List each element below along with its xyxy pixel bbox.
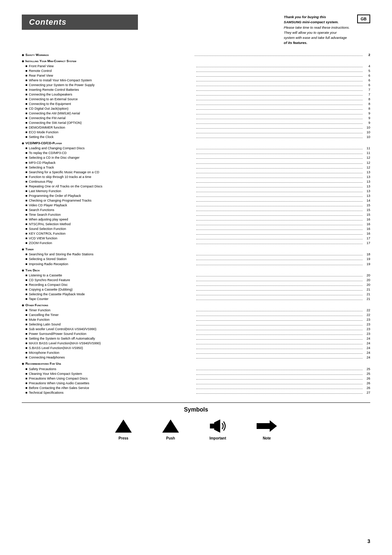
dots (196, 384, 363, 384)
page-num: 23 (364, 317, 370, 322)
section-bullet: ◆ (22, 59, 24, 64)
toc-item: ■NTSC/PAL Selection Method16 (22, 222, 370, 227)
dots (196, 76, 363, 77)
item-bullet: ■ (25, 194, 27, 198)
page-num: 26 (364, 381, 370, 386)
symbol-note: Note (256, 419, 278, 440)
dots (196, 215, 363, 216)
dots (196, 339, 363, 340)
page-num: 17 (364, 241, 370, 246)
toc-item: ■Video CD Player Playback15 (22, 203, 370, 208)
thank-you-line2: SAMSUNG mini-compact system. (284, 20, 350, 25)
toc-item: ■Selecting a Track12 (22, 165, 370, 170)
toc-item: ■Selecting a Stored Station19 (22, 257, 370, 262)
toc-item: ■Connecting the SW Aerial (OPTION)9 (22, 121, 370, 125)
dots (196, 239, 363, 239)
toc-item: ■Selecting Latin Sound23 (22, 322, 370, 327)
item-bullet: ■ (25, 198, 27, 203)
dots (196, 105, 363, 105)
toc-item: ■Sub woofer Level Control(MAX-VS940/VS99… (22, 327, 370, 332)
page-num: 14 (364, 198, 370, 203)
toc-item: ■Improving Radio Reception19 (22, 262, 370, 267)
dots (196, 290, 363, 291)
page-num: 7 (364, 92, 370, 97)
item-bullet: ■ (25, 116, 27, 121)
toc-item: ■When adjusting play speed16 (22, 217, 370, 222)
item-bullet: ■ (25, 322, 27, 327)
item-label: Searching for a Specific Music Passage o… (29, 170, 195, 175)
item-label: Precautions When Using Audio Cassettes (29, 381, 195, 386)
dots (196, 128, 363, 129)
page-num: 10 (364, 125, 370, 130)
page-num: 16 (364, 217, 370, 222)
section-label: Tape Deck (25, 268, 370, 273)
dots (196, 379, 363, 380)
item-bullet: ■ (25, 88, 27, 92)
item-label: Precautions When Using Compact Discs (29, 376, 195, 381)
item-label: Selecting Latin Sound (29, 322, 195, 327)
toc-item: ■Connecting your System to the Power Sup… (22, 83, 370, 88)
dots (196, 211, 363, 211)
toc-item: ■Technical Specifications27 (22, 390, 370, 395)
dots (196, 163, 363, 164)
thank-you-line1: Thank you for buying this (284, 15, 350, 20)
dots (196, 173, 363, 173)
toc-item: ■Precautions When Using Compact Discs26 (22, 376, 370, 381)
svg-marker-4 (257, 420, 277, 432)
item-bullet: ■ (25, 217, 27, 222)
section-bullet: ◆ (22, 303, 24, 308)
item-label: Loading and Changing Compact Discs (29, 146, 195, 151)
thank-you-line4: They will allow you to operate your (284, 30, 350, 35)
item-bullet: ■ (25, 155, 27, 160)
section-bullet: ◆ (22, 53, 24, 57)
page-num: 24 (364, 346, 370, 351)
dots (196, 230, 363, 230)
toc-item: ■Cleaning Your Mini-Compact System25 (22, 372, 370, 376)
dots (196, 330, 363, 330)
item-bullet: ■ (25, 386, 27, 390)
toc-item: ■Remote Control5 (22, 69, 370, 73)
page-num: 5 (364, 69, 370, 73)
page-wrapper: Contents Thank you for buying this SAMSU… (22, 15, 370, 440)
page-num: 8 (364, 106, 370, 111)
item-label: VCD VIEW function (29, 236, 195, 241)
dots (196, 90, 363, 91)
toc-item: ■Searching for and Storing the Radio Sta… (22, 252, 370, 257)
press-label: Press (118, 436, 128, 440)
item-bullet: ■ (25, 376, 27, 381)
item-bullet: ■ (25, 273, 27, 278)
dots (196, 187, 363, 187)
toc-item: ■Precautions When Using Audio Cassettes2… (22, 381, 370, 386)
dots (196, 349, 363, 349)
toc-item: ■To replay the CD/MP3-CD11 (22, 151, 370, 155)
section-label: Safety Warnings (25, 53, 193, 57)
page-num: 7 (364, 88, 370, 92)
toc-item: ■Connecting the FM Aerial9 (22, 116, 370, 121)
item-label: Last Memory Function (29, 189, 195, 194)
item-bullet: ■ (25, 97, 27, 102)
toc-item: ■ZOOM Function17 (22, 241, 370, 246)
dots (196, 67, 363, 67)
item-bullet: ■ (25, 121, 27, 125)
item-label: When adjusting play speed (29, 217, 195, 222)
toc-item: ■Connecting the AM (MW/LW) Aerial9 (22, 111, 370, 116)
page-num: 2 (364, 53, 370, 57)
toc-item: ■Listening to a Cassette20 (22, 273, 370, 278)
section-bullet: ◆ (22, 362, 24, 366)
contents-title-box: Contents (22, 15, 138, 30)
toc-item: ■Cancelling the Timer22 (22, 313, 370, 317)
symbol-push: Push (162, 419, 180, 440)
note-arrow-icon (256, 419, 278, 434)
dots (196, 225, 363, 225)
header-area: Contents Thank you for buying this SAMSU… (22, 15, 370, 46)
item-bullet: ■ (25, 252, 27, 257)
dots (196, 154, 363, 154)
toc-item: ■Tape Counter21 (22, 297, 370, 301)
item-bullet: ■ (25, 317, 27, 322)
page-num: 24 (364, 341, 370, 346)
page-num: 8 (364, 102, 370, 106)
svg-rect-2 (210, 424, 214, 428)
dots (196, 178, 363, 178)
toc-item: ■Setting the System to Switch off Automa… (22, 336, 370, 341)
item-label: Remote Control (29, 69, 195, 73)
